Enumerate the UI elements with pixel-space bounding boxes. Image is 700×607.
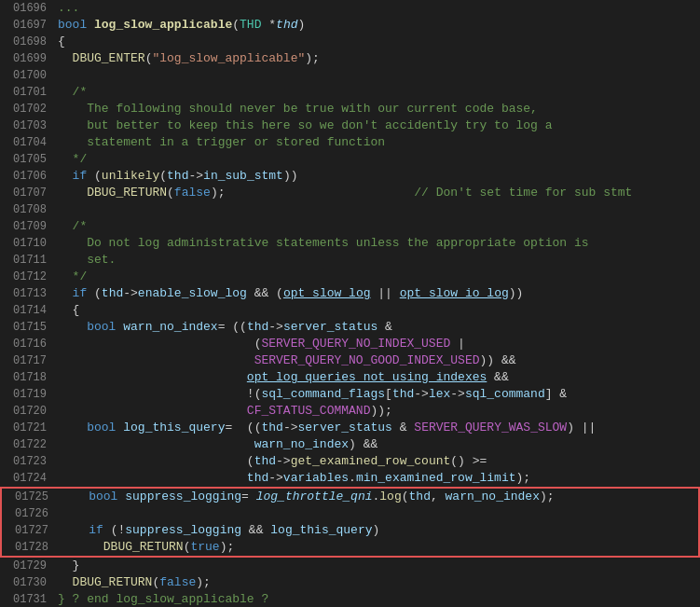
code-line: 01711 set. (0, 252, 700, 269)
line-content (58, 67, 696, 84)
line-content: bool warn_no_index= ((thd->server_status… (58, 319, 696, 336)
line-number: 01715 (4, 319, 47, 336)
line-number: 01714 (4, 302, 47, 319)
line-number: 01699 (4, 50, 47, 67)
line-content: } (58, 558, 696, 574)
code-line: 01707 DBUG_RETURN(false); // Don't set t… (0, 185, 700, 201)
line-content: /* (58, 84, 696, 101)
line-content: if (unlikely(thd->in_sub_stmt)) (58, 168, 696, 185)
line-content: if (thd->enable_slow_log && (opt_slow_lo… (58, 285, 696, 302)
code-line: 01715 bool warn_no_index= ((thd->server_… (0, 319, 700, 336)
line-content: { (58, 34, 696, 50)
code-line: 01724 thd->variables.min_examined_row_li… (0, 470, 700, 487)
line-number: 01727 (6, 522, 48, 539)
line-number: 01720 (4, 403, 47, 420)
line-number: 01717 (4, 352, 47, 369)
line-content (60, 505, 694, 522)
code-line: 01712 */ (0, 269, 700, 285)
line-number: 01731 (4, 591, 47, 607)
code-line: 01726 (2, 505, 698, 522)
line-number: 01726 (6, 505, 48, 522)
code-line: 01713 if (thd->enable_slow_log && (opt_s… (0, 285, 700, 302)
line-content: but better to keep this here so we don't… (58, 117, 696, 134)
line-content: Do not log administrative statements unl… (58, 235, 696, 252)
line-number: 01696 (4, 0, 47, 17)
line-number: 01724 (4, 470, 47, 487)
line-number: 01723 (4, 453, 47, 470)
line-number: 01708 (4, 201, 47, 218)
line-content: The following should never be true with … (58, 101, 696, 117)
line-number: 01707 (4, 185, 47, 201)
code-line: 01701 /* (0, 84, 700, 101)
code-line: 01698{ (0, 34, 700, 50)
code-line: 01722 warn_no_index) && (0, 436, 700, 453)
line-content: /* (58, 218, 696, 235)
line-content: bool log_this_query= ((thd->server_statu… (58, 420, 696, 436)
line-content: thd->variables.min_examined_row_limit); (58, 470, 696, 487)
code-line: 01702 The following should never be true… (0, 101, 700, 117)
line-number: 01703 (4, 117, 47, 134)
line-number: 01698 (4, 34, 47, 50)
code-line: 01699 DBUG_ENTER("log_slow_applicable"); (0, 50, 700, 67)
line-number: 01705 (4, 151, 47, 168)
line-number: 01718 (4, 369, 47, 386)
line-content: DBUG_RETURN(true); (60, 539, 694, 556)
line-number: 01725 (6, 489, 48, 505)
code-line: 01718 opt_log_queries_not_using_indexes … (0, 369, 700, 386)
line-content: !(sql_command_flags[thd->lex->sql_comman… (58, 386, 696, 403)
line-number: 01729 (4, 558, 47, 574)
code-line: 01731} ? end log_slow_applicable ? (0, 591, 700, 607)
line-content: } ? end log_slow_applicable ? (58, 591, 696, 607)
code-line: 01716 (SERVER_QUERY_NO_INDEX_USED | (0, 336, 700, 352)
line-number: 01697 (4, 17, 47, 34)
line-content: if (!suppress_logging && log_this_query) (60, 522, 694, 539)
line-content (58, 201, 696, 218)
line-number: 01709 (4, 218, 47, 235)
line-content: { (58, 302, 696, 319)
code-line: 01717 SERVER_QUERY_NO_GOOD_INDEX_USED)) … (0, 352, 700, 369)
line-number: 01706 (4, 168, 47, 185)
code-line: 01708 (0, 201, 700, 218)
line-content: DBUG_RETURN(false); (58, 574, 696, 591)
line-number: 01702 (4, 101, 47, 117)
line-content: (SERVER_QUERY_NO_INDEX_USED | (58, 336, 696, 352)
code-line: 01728 DBUG_RETURN(true); (2, 539, 698, 556)
code-line: 01729 } (0, 558, 700, 574)
code-line: 01730 DBUG_RETURN(false); (0, 574, 700, 591)
code-line: 01696... (0, 0, 700, 17)
code-line: 01706 if (unlikely(thd->in_sub_stmt)) (0, 168, 700, 185)
line-number: 01716 (4, 336, 47, 352)
line-content: */ (58, 269, 696, 285)
line-content: warn_no_index) && (58, 436, 696, 453)
line-number: 01719 (4, 386, 47, 403)
code-line: 01705 */ (0, 151, 700, 168)
code-line: 01720 CF_STATUS_COMMAND)); (0, 403, 700, 420)
line-number: 01728 (6, 539, 48, 556)
line-content: opt_log_queries_not_using_indexes && (58, 369, 696, 386)
code-line: 01721 bool log_this_query= ((thd->server… (0, 420, 700, 436)
code-line: 01719 !(sql_command_flags[thd->lex->sql_… (0, 386, 700, 403)
line-content: DBUG_ENTER("log_slow_applicable"); (58, 50, 696, 67)
line-number: 01700 (4, 67, 47, 84)
code-line: 01725 bool suppress_logging= log_throttl… (2, 489, 698, 505)
line-content: (thd->get_examined_row_count() >= (58, 453, 696, 470)
line-number: 01730 (4, 574, 47, 591)
line-content: SERVER_QUERY_NO_GOOD_INDEX_USED)) && (58, 352, 696, 369)
line-content: statement in a trigger or stored functio… (58, 134, 696, 151)
code-line: 01710 Do not log administrative statemen… (0, 235, 700, 252)
code-line: 01727 if (!suppress_logging && log_this_… (2, 522, 698, 539)
line-number: 01710 (4, 235, 47, 252)
line-content: bool suppress_logging= log_throttle_qni.… (60, 489, 694, 505)
line-content: DBUG_RETURN(false); // Don't set time fo… (58, 185, 696, 201)
code-line: 01714 { (0, 302, 700, 319)
code-line: 01704 statement in a trigger or stored f… (0, 134, 700, 151)
code-line: 01703 but better to keep this here so we… (0, 117, 700, 134)
highlighted-block: 01725 bool suppress_logging= log_throttl… (0, 487, 700, 558)
code-line: 01697bool log_slow_applicable(THD *thd) (0, 17, 700, 34)
code-viewer: 01696...01697bool log_slow_applicable(TH… (0, 0, 700, 607)
code-line: 01709 /* (0, 218, 700, 235)
line-content: CF_STATUS_COMMAND)); (58, 403, 696, 420)
line-number: 01713 (4, 285, 47, 302)
line-content: */ (58, 151, 696, 168)
line-number: 01712 (4, 269, 47, 285)
